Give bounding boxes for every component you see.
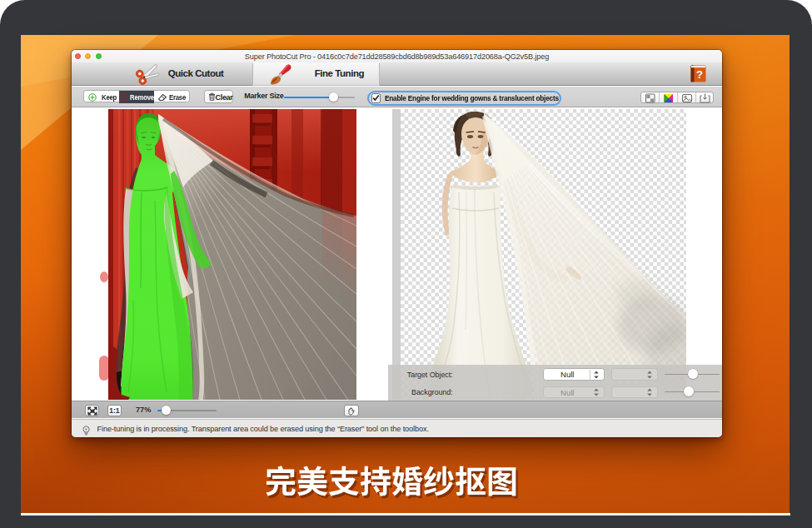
- svg-text:?: ?: [696, 68, 703, 81]
